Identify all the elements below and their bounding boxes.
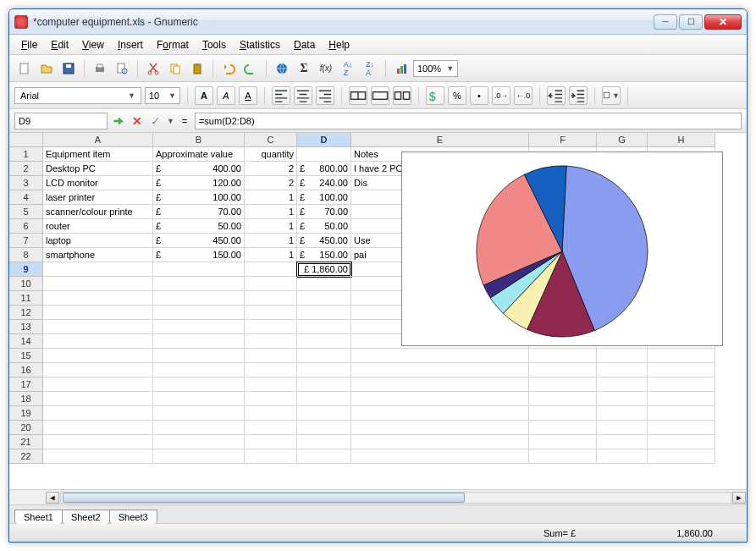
cell-C11[interactable] xyxy=(245,291,297,306)
row-header-14[interactable]: 14 xyxy=(9,334,43,349)
decrease-indent-button[interactable] xyxy=(547,86,566,105)
cell-C20[interactable] xyxy=(245,421,297,435)
row-header-10[interactable]: 10 xyxy=(9,277,43,291)
cell-B13[interactable] xyxy=(153,320,245,334)
cell-D18[interactable] xyxy=(297,392,351,406)
borders-button[interactable]: ▼ xyxy=(602,86,621,105)
align-right-button[interactable] xyxy=(316,86,334,105)
underline-button[interactable]: A xyxy=(239,86,257,105)
cell-A8[interactable]: smartphone xyxy=(43,248,153,262)
copy-icon[interactable] xyxy=(165,58,185,79)
cell-D2[interactable]: £800.00 xyxy=(297,162,351,176)
cell-D15[interactable] xyxy=(297,349,351,363)
cell-G15[interactable] xyxy=(597,349,648,363)
cell-C12[interactable] xyxy=(245,306,297,320)
cell-F16[interactable] xyxy=(529,363,597,377)
cell-G18[interactable] xyxy=(597,392,648,406)
cell-B10[interactable] xyxy=(153,277,245,291)
formula-input[interactable]: =sum(D2:D8) xyxy=(195,113,742,129)
cell-B6[interactable]: £50.00 xyxy=(153,219,245,234)
goto-icon[interactable] xyxy=(111,111,126,131)
col-header-H[interactable]: H xyxy=(648,133,715,147)
cell-E16[interactable] xyxy=(351,363,529,377)
cell-D16[interactable] xyxy=(297,363,351,377)
font-size-combo[interactable]: 10▼ xyxy=(145,87,180,104)
cell-C7[interactable]: 1 xyxy=(245,234,297,248)
menu-view[interactable]: View xyxy=(75,36,111,53)
row-header-15[interactable]: 15 xyxy=(9,349,43,363)
cell-D14[interactable] xyxy=(297,334,351,349)
cell-D3[interactable]: £240.00 xyxy=(297,176,351,190)
cell-A14[interactable] xyxy=(43,334,153,349)
cell-E19[interactable] xyxy=(351,406,529,421)
align-center-button[interactable] xyxy=(294,86,312,105)
cell-C18[interactable] xyxy=(245,392,297,406)
col-header-A[interactable]: A xyxy=(43,133,153,147)
cell-G16[interactable] xyxy=(597,363,648,377)
row-header-1[interactable]: 1 xyxy=(9,147,43,162)
row-header-2[interactable]: 2 xyxy=(9,162,43,176)
cell-A20[interactable] xyxy=(43,421,153,435)
cell-C3[interactable]: 2 xyxy=(245,176,297,190)
maximize-button[interactable]: ☐ xyxy=(679,14,703,30)
row-header-3[interactable]: 3 xyxy=(9,176,43,190)
menu-edit[interactable]: Edit xyxy=(44,36,75,53)
cell-D7[interactable]: £450.00 xyxy=(297,234,351,248)
cell-D21[interactable] xyxy=(297,435,351,449)
cell-B4[interactable]: £100.00 xyxy=(153,190,245,205)
cell-C16[interactable] xyxy=(245,363,297,377)
hyperlink-icon[interactable] xyxy=(272,58,292,79)
cell-C21[interactable] xyxy=(245,435,297,449)
cell-C14[interactable] xyxy=(245,334,297,349)
cell-A11[interactable] xyxy=(43,291,153,306)
cell-G22[interactable] xyxy=(597,449,648,464)
sum-icon[interactable]: Σ xyxy=(294,58,314,79)
row-header-21[interactable]: 21 xyxy=(9,435,43,449)
cell-F19[interactable] xyxy=(529,406,597,421)
menu-data[interactable]: Data xyxy=(287,36,322,53)
cell-E20[interactable] xyxy=(351,421,529,435)
row-header-22[interactable]: 22 xyxy=(9,449,43,464)
scroll-thumb[interactable] xyxy=(63,493,465,503)
cell-A6[interactable]: router xyxy=(43,219,153,234)
cell-A9[interactable] xyxy=(43,262,153,277)
cell-A12[interactable] xyxy=(43,306,153,320)
cell-B7[interactable]: £450.00 xyxy=(153,234,245,248)
row-header-11[interactable]: 11 xyxy=(9,291,43,306)
bold-button[interactable]: A xyxy=(195,86,213,105)
cell-G21[interactable] xyxy=(597,435,648,449)
cell-B20[interactable] xyxy=(153,421,245,435)
cell-A19[interactable] xyxy=(43,406,153,421)
cell-D12[interactable] xyxy=(297,306,351,320)
col-header-D[interactable]: D xyxy=(297,133,351,147)
currency-button[interactable]: $ xyxy=(426,86,444,105)
cell-B8[interactable]: £150.00 xyxy=(153,248,245,262)
cell-H22[interactable] xyxy=(648,449,715,464)
cell-B22[interactable] xyxy=(153,449,245,464)
cell-E15[interactable] xyxy=(351,349,529,363)
cell-E22[interactable] xyxy=(351,449,529,464)
undo-icon[interactable] xyxy=(218,58,239,79)
print-icon[interactable] xyxy=(90,58,110,79)
increase-decimal-button[interactable]: .0→ xyxy=(492,86,510,105)
accept-icon[interactable]: ✓ xyxy=(148,111,163,131)
split-button[interactable] xyxy=(393,86,411,105)
col-header-B[interactable]: B xyxy=(153,133,245,147)
scroll-left-button[interactable]: ◄ xyxy=(46,492,59,504)
cell-F20[interactable] xyxy=(529,421,597,435)
save-icon[interactable] xyxy=(58,58,79,79)
cell-F21[interactable] xyxy=(529,435,597,449)
cell-F15[interactable] xyxy=(529,349,597,363)
pie-chart[interactable] xyxy=(401,152,723,346)
cell-D5[interactable]: £70.00 xyxy=(297,205,351,219)
cancel-icon[interactable]: ✕ xyxy=(130,111,145,131)
cell-H19[interactable] xyxy=(648,406,715,421)
col-header-E[interactable]: E xyxy=(351,133,529,147)
cell-D20[interactable] xyxy=(297,421,351,435)
cell-B21[interactable] xyxy=(153,435,245,449)
cell-A18[interactable] xyxy=(43,392,153,406)
cell-B14[interactable] xyxy=(153,334,245,349)
cell-F22[interactable] xyxy=(529,449,597,464)
cell-A13[interactable] xyxy=(43,320,153,334)
cell-H16[interactable] xyxy=(648,363,715,377)
